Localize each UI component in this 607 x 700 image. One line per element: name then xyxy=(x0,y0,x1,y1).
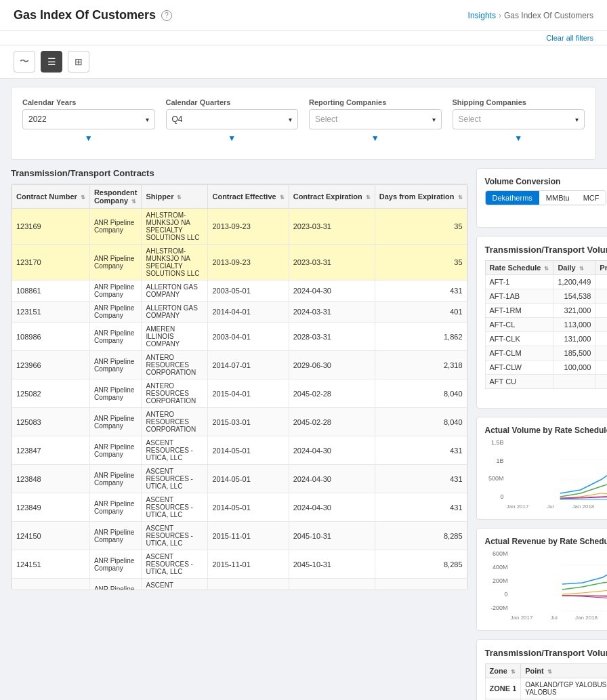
table-row[interactable]: 108861 ANR Pipeline Company ALLERTON GAS… xyxy=(12,281,467,302)
table-row[interactable]: 123849 ANR Pipeline Company ASCENT RESOU… xyxy=(12,493,467,522)
cell-days: 2,318 xyxy=(375,351,467,379)
cell-contract: 125083 xyxy=(12,408,90,436)
reporting-companies-filter-arrow[interactable]: ▼ xyxy=(309,133,442,143)
cell-rate: AFT-1AB xyxy=(485,289,553,304)
table-row[interactable]: 123169 ANR Pipeline Company AHLSTROM-MUN… xyxy=(12,209,467,245)
cell-days: 431 xyxy=(375,436,467,465)
cell-proj-q: 9,000,000 xyxy=(595,361,607,375)
line-chart-btn[interactable]: 〜 xyxy=(14,51,35,73)
cell-daily: 1,200,449 xyxy=(553,275,595,289)
cell-contract: 126523 xyxy=(12,579,90,591)
cell-rate: AFT-CLM xyxy=(485,346,553,361)
list-item[interactable]: AFT-CL 113,000 10,170,000 xyxy=(485,318,607,332)
table-row[interactable]: 125082 ANR Pipeline Company ANTERO RESOU… xyxy=(12,379,467,408)
list-item[interactable]: AFT-1AB 154,538 13,908,420 xyxy=(485,289,607,304)
th-expiration[interactable]: Contract Expiration ⇅ xyxy=(289,185,375,209)
cell-expiration: 2029-06-30 xyxy=(289,351,375,379)
btn-dekatherms[interactable]: Dekatherms xyxy=(486,191,539,205)
th-daily[interactable]: Daily ⇅ xyxy=(553,261,595,275)
th-days[interactable]: Days from Expiration ⇅ xyxy=(375,185,467,209)
cell-effective: 2003-04-01 xyxy=(208,323,289,351)
th-zone[interactable]: Zone ⇅ xyxy=(485,664,521,678)
list-item[interactable]: AFT-1 1,200,449 108,040,410 xyxy=(485,275,607,289)
cell-shipper: ANTERO RESOURCES CORPORATION xyxy=(142,379,208,408)
list-item[interactable]: AFT-CLK 131,000 11,790,000 xyxy=(485,332,607,346)
vol-by-rate-title: Transmission/Transport Volumes by Rate S… xyxy=(485,245,607,255)
list-item[interactable]: AFT-1RM 321,000 28,890,000 xyxy=(485,304,607,318)
cell-respondent: ANR Pipeline Company xyxy=(89,209,142,245)
btn-mcf[interactable]: MCF xyxy=(577,191,606,205)
calendar-years-label: Calendar Years xyxy=(22,98,155,106)
cell-respondent: ANR Pipeline Company xyxy=(89,579,142,591)
chevron-down-icon: ▾ xyxy=(432,116,436,123)
th-respondent[interactable]: Respondent Company ⇅ xyxy=(89,185,142,209)
volume-conversion-btn-group: Dekatherms MMBtu MCF xyxy=(485,190,607,205)
cell-expiration: 2045-02-28 xyxy=(289,408,375,436)
cell-shipper: ASCENT RESOURCES - UTICA, LLC xyxy=(142,550,208,579)
clear-filters-link[interactable]: Clear all filters xyxy=(546,34,593,42)
table-row[interactable]: 123151 ANR Pipeline Company ALLERTON GAS… xyxy=(12,302,467,323)
reporting-companies-select[interactable]: Select ▾ xyxy=(309,109,442,129)
cell-rate: AFT CU xyxy=(485,375,553,389)
table-row[interactable]: 123966 ANR Pipeline Company ANTERO RESOU… xyxy=(12,351,467,379)
table-row[interactable]: 123847 ANR Pipeline Company ASCENT RESOU… xyxy=(12,436,467,465)
cell-effective: 2015-11-01 xyxy=(208,579,289,591)
chevron-down-icon: ▾ xyxy=(289,116,292,123)
cell-rate: AFT-CLK xyxy=(485,332,553,346)
db-btn[interactable]: ⊞ xyxy=(68,51,89,73)
th-shipper[interactable]: Shipper ⇅ xyxy=(142,185,208,209)
info-icon[interactable]: ? xyxy=(161,10,172,21)
reporting-companies-label: Reporting Companies xyxy=(309,98,442,106)
table-row[interactable]: 126523 ANR Pipeline Company ASCENT RESOU… xyxy=(12,579,467,591)
cell-daily: 100,000 xyxy=(553,361,595,375)
actual-revenue-title: Actual Revenue by Rate Schedule xyxy=(485,537,607,546)
th-point[interactable]: Point ⇅ xyxy=(521,664,607,678)
cell-days: 431 xyxy=(375,465,467,493)
cell-days: 8,040 xyxy=(375,379,467,408)
table-btn[interactable]: ☰ xyxy=(41,51,62,73)
cell-proj-q xyxy=(595,375,607,389)
cell-effective: 2015-04-01 xyxy=(208,379,289,408)
cell-days: 35 xyxy=(375,209,467,245)
th-proj-q[interactable]: Projected Quarterly ⇅ xyxy=(595,261,607,275)
th-rate-sched[interactable]: Rate Schedule ⇅ xyxy=(485,261,553,275)
list-item[interactable]: AFT CU xyxy=(485,375,607,389)
list-item[interactable]: ZONE 1 OAKLAND/TGP YALOBUSHA SALES YALOB… xyxy=(485,678,607,699)
cell-proj-q: 13,908,420 xyxy=(595,289,607,304)
calendar-quarters-select[interactable]: Q4 ▾ xyxy=(166,109,299,129)
list-item[interactable]: AFT-CLM 185,500 16,695,000 xyxy=(485,346,607,361)
table-row[interactable]: 123170 ANR Pipeline Company AHLSTROM-MUN… xyxy=(12,245,467,281)
calendar-years-filter-arrow[interactable]: ▼ xyxy=(22,133,155,143)
left-panel: Transmission/Transport Contracts Contrac… xyxy=(11,168,468,700)
cell-respondent: ANR Pipeline Company xyxy=(89,281,142,302)
table-row[interactable]: 124151 ANR Pipeline Company ASCENT RESOU… xyxy=(12,550,467,579)
points-table-wrap[interactable]: Zone ⇅ Point ⇅ Point ID ⇅ Point Type ⇅ P… xyxy=(485,663,607,700)
cell-shipper: ANTERO RESOURCES CORPORATION xyxy=(142,351,208,379)
shipping-companies-select[interactable]: Select ▾ xyxy=(453,109,585,129)
vol-rate-scroll-arrow[interactable]: ▼ xyxy=(485,389,607,400)
calendar-quarters-filter-arrow[interactable]: ▼ xyxy=(166,133,299,143)
table-row[interactable]: 108986 ANR Pipeline Company AMEREN ILLIN… xyxy=(12,323,467,351)
cell-proj-q: 11,790,000 xyxy=(595,332,607,346)
chevron-down-icon: ▾ xyxy=(146,116,149,123)
btn-mmbtu[interactable]: MMBtu xyxy=(539,191,577,205)
contracts-section-title: Transmission/Transport Contracts xyxy=(11,168,468,178)
calendar-years-select[interactable]: 2022 ▾ xyxy=(22,109,155,129)
breadcrumb-insights[interactable]: Insights xyxy=(468,11,496,20)
cell-shipper: ALLERTON GAS COMPANY xyxy=(142,302,208,323)
cell-respondent: ANR Pipeline Company xyxy=(89,379,142,408)
cell-shipper: AHLSTROM-MUNKSJO NA SPECIALTY SOLUTIONS … xyxy=(142,209,208,245)
calendar-quarters-filter: Calendar Quarters Q4 ▾ ▼ xyxy=(166,98,299,143)
cell-respondent: ANR Pipeline Company xyxy=(89,302,142,323)
shipping-companies-filter-arrow[interactable]: ▼ xyxy=(453,133,585,143)
table-row[interactable]: 123848 ANR Pipeline Company ASCENT RESOU… xyxy=(12,465,467,493)
table-row[interactable]: 124150 ANR Pipeline Company ASCENT RESOU… xyxy=(12,522,467,550)
vol-by-rate-card: Transmission/Transport Volumes by Rate S… xyxy=(476,236,607,409)
table-row[interactable]: 125083 ANR Pipeline Company ANTERO RESOU… xyxy=(12,408,467,436)
contracts-table-container[interactable]: Contract Number ⇅ Respondent Company ⇅ S… xyxy=(11,184,468,590)
th-effective[interactable]: Contract Effective ⇅ xyxy=(208,185,289,209)
list-item[interactable]: AFT-CLW 100,000 9,000,000 xyxy=(485,361,607,375)
th-contract[interactable]: Contract Number ⇅ xyxy=(12,185,90,209)
cell-rate: AFT-1RM xyxy=(485,304,553,318)
vol-by-rate-table-wrap[interactable]: Rate Schedule ⇅ Daily ⇅ Projected Quarte… xyxy=(485,260,607,389)
